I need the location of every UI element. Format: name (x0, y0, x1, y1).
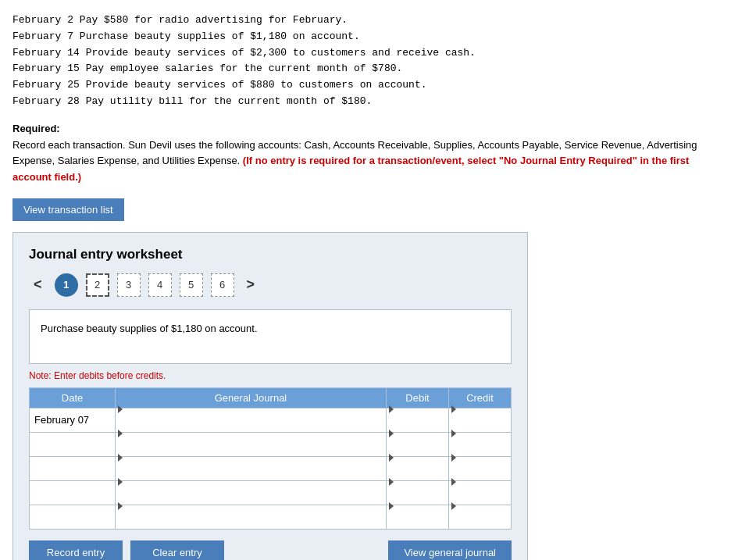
transaction-row: February 7 Purchase beauty supplies of $… (12, 29, 719, 45)
debit-arrow-3 (389, 454, 394, 462)
required-label: Required: (12, 123, 60, 134)
credit-cell-1[interactable] (449, 408, 512, 432)
transactions-list: February 2 Pay $580 for radio advertisin… (12, 12, 719, 110)
journal-input-5[interactable] (116, 511, 386, 534)
table-row (30, 480, 512, 505)
nav-next-button[interactable]: > (242, 275, 260, 294)
table-row: February 07 (30, 408, 512, 432)
date-cell-5 (30, 505, 116, 529)
debit-arrow-4 (389, 478, 394, 486)
arrow-icon-5 (118, 502, 123, 510)
transaction-row: February 2 Pay $580 for radio advertisin… (12, 12, 719, 29)
date-cell-1: February 07 (30, 408, 116, 432)
journal-cell-3[interactable] (116, 456, 387, 480)
debit-cell-2[interactable] (387, 432, 449, 456)
date-value-1: February 07 (34, 414, 89, 426)
tab-6[interactable]: 6 (211, 273, 234, 297)
journal-cell-1[interactable] (116, 408, 387, 432)
journal-table: Date General Journal Debit Credit Februa… (29, 387, 512, 530)
transaction-row: February 14 Provide beauty services of $… (12, 45, 719, 62)
transaction-row: February 25 Provide beauty services of $… (12, 77, 719, 94)
col-header-date: Date (30, 387, 116, 408)
table-row (30, 432, 512, 456)
tab-3[interactable]: 3 (117, 273, 141, 297)
description-box: Purchase beauty supplies of $1,180 on ac… (29, 309, 512, 364)
view-transaction-button[interactable]: View transaction list (12, 198, 124, 221)
credit-cell-4[interactable] (449, 480, 512, 505)
col-header-journal: General Journal (116, 387, 387, 408)
tab-2[interactable]: 2 (86, 273, 109, 297)
debit-cell-5[interactable] (387, 505, 449, 529)
transaction-row: February 28 Pay utility bill for the cur… (12, 94, 719, 110)
col-header-debit: Debit (387, 387, 449, 408)
credit-arrow-5 (451, 502, 456, 510)
worksheet-container: Journal entry worksheet < 1 2 3 4 5 6 > … (12, 232, 528, 560)
nav-prev-button[interactable]: < (29, 275, 47, 294)
journal-cell-4[interactable] (116, 480, 387, 505)
credit-arrow-4 (451, 478, 456, 486)
date-cell-3 (30, 456, 116, 480)
credit-input-5[interactable] (449, 511, 511, 534)
required-section: Required: Record each transaction. Sun D… (12, 121, 719, 186)
debit-cell-1[interactable] (387, 408, 449, 432)
journal-cell-5[interactable] (116, 505, 387, 529)
credit-cell-2[interactable] (449, 432, 512, 456)
tab-4[interactable]: 4 (148, 273, 172, 297)
record-entry-button[interactable]: Record entry (29, 540, 123, 560)
tab-1[interactable]: 1 (55, 273, 78, 297)
debit-arrow-5 (389, 502, 394, 510)
arrow-icon-2 (118, 430, 123, 437)
table-row (30, 505, 512, 529)
note-text: Note: Enter debits before credits. (29, 370, 512, 381)
col-header-credit: Credit (449, 387, 512, 408)
debit-input-5[interactable] (387, 511, 448, 534)
journal-cell-2[interactable] (116, 432, 387, 456)
description-text: Purchase beauty supplies of $1,180 on ac… (41, 323, 258, 334)
debit-arrow-1 (389, 405, 394, 413)
date-cell-2 (30, 432, 116, 456)
credit-arrow-3 (451, 454, 456, 462)
view-general-journal-button[interactable]: View general journal (388, 540, 512, 560)
arrow-icon-4 (118, 478, 123, 486)
bottom-buttons: Record entry Clear entry View general jo… (29, 540, 512, 560)
debit-cell-4[interactable] (387, 480, 449, 505)
debit-cell-3[interactable] (387, 456, 449, 480)
credit-arrow-1 (451, 405, 456, 413)
credit-arrow-2 (451, 430, 456, 437)
arrow-icon-1 (118, 405, 123, 413)
arrow-icon-3 (118, 454, 123, 462)
worksheet-title: Journal entry worksheet (29, 247, 512, 262)
tab-5[interactable]: 5 (180, 273, 203, 297)
transaction-row: February 15 Pay employee salaries for th… (12, 61, 719, 77)
date-cell-4 (30, 480, 116, 505)
debit-arrow-2 (389, 430, 394, 437)
nav-row: < 1 2 3 4 5 6 > (29, 273, 512, 297)
clear-entry-button[interactable]: Clear entry (130, 540, 224, 560)
table-row (30, 456, 512, 480)
credit-cell-5[interactable] (449, 505, 512, 529)
credit-cell-3[interactable] (449, 456, 512, 480)
